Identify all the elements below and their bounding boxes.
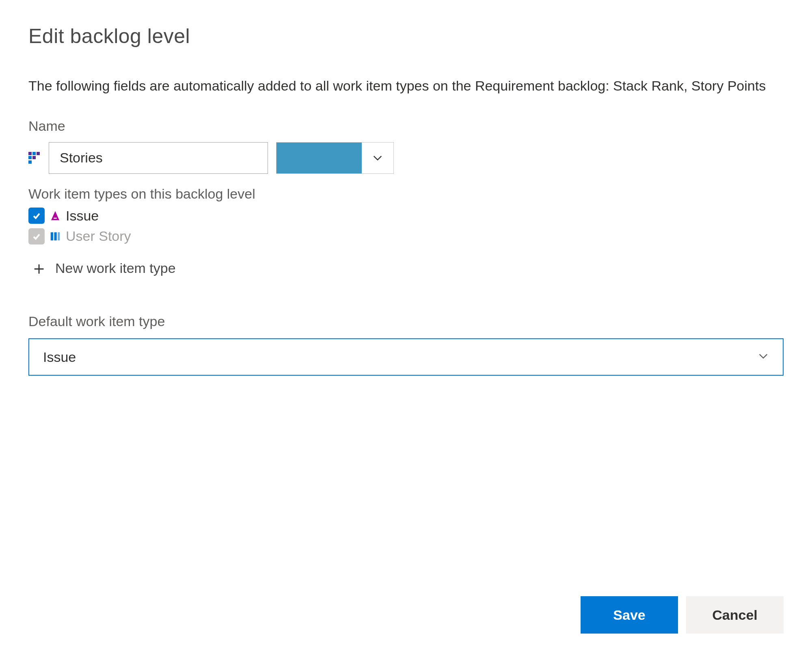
new-work-item-type-label: New work item type <box>55 260 176 276</box>
plus-icon: ＋ <box>30 259 48 277</box>
chevron-down-icon <box>362 143 393 173</box>
backlog-icon <box>28 152 41 164</box>
name-label: Name <box>28 118 784 134</box>
work-item-type-issue: Issue <box>28 208 784 224</box>
user-story-label: User Story <box>66 228 131 244</box>
svg-rect-2 <box>54 232 57 240</box>
color-swatch <box>276 143 362 173</box>
svg-rect-3 <box>58 232 60 240</box>
svg-rect-0 <box>54 218 57 219</box>
svg-rect-1 <box>51 232 53 240</box>
name-input[interactable] <box>49 142 268 174</box>
default-type-dropdown[interactable]: Issue <box>28 338 784 376</box>
issue-label: Issue <box>66 208 99 224</box>
user-story-checkbox <box>28 228 45 244</box>
new-work-item-type-button[interactable]: ＋ New work item type <box>28 259 784 277</box>
chevron-down-icon <box>758 350 769 363</box>
work-item-types-label: Work item types on this backlog level <box>28 186 784 202</box>
default-type-value: Issue <box>43 349 76 365</box>
description-text: The following fields are automatically a… <box>28 76 784 96</box>
work-item-type-user-story: User Story <box>28 228 784 244</box>
issue-icon <box>49 209 62 222</box>
dialog-title: Edit backlog level <box>28 24 784 48</box>
default-type-label: Default work item type <box>28 314 784 329</box>
save-button[interactable]: Save <box>581 596 678 634</box>
issue-checkbox[interactable] <box>28 208 45 224</box>
dialog-footer: Save Cancel <box>581 596 784 634</box>
color-picker[interactable] <box>276 142 394 174</box>
cancel-button[interactable]: Cancel <box>686 596 784 634</box>
name-row <box>28 142 784 174</box>
user-story-icon <box>49 230 62 243</box>
